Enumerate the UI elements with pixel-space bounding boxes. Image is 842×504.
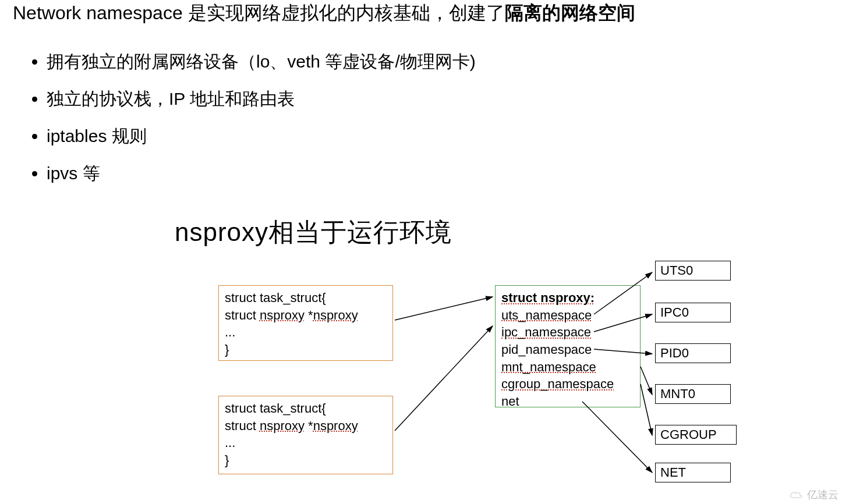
bullet-item: 独立的协议栈，IP 地址和路由表 <box>47 88 476 109</box>
diagram-title: nsproxy相当于运行环境 <box>175 215 452 250</box>
code-line: ... <box>225 434 387 452</box>
nsproxy-field: cgroup_namespace <box>501 375 634 393</box>
task-struct-box-1: struct task_struct{ struct nsproxy *nspr… <box>218 285 393 361</box>
ns-box-mnt: MNT0 <box>655 384 731 404</box>
arrow-cgroup <box>641 384 652 435</box>
bullet-item: 拥有独立的附属网络设备（lo、veth 等虚设备/物理网卡) <box>47 51 476 72</box>
watermark: 亿速云 <box>788 488 839 502</box>
ns-box-uts: UTS0 <box>655 261 731 281</box>
code-line: struct task_struct{ <box>225 400 387 417</box>
slide: Network namespace 是实现网络虚拟化的内核基础，创建了隔离的网络… <box>0 0 842 504</box>
ns-box-cgroup: CGROUP <box>655 425 737 445</box>
code-line: struct task_struct{ <box>225 289 387 307</box>
ns-box-pid: PID0 <box>655 343 731 363</box>
arrow-net <box>582 402 652 473</box>
nsproxy-field: net <box>501 393 634 410</box>
code-line: } <box>225 452 387 469</box>
watermark-text: 亿速云 <box>807 488 839 502</box>
code-line: struct nsproxy *nsproxy <box>225 417 387 435</box>
bullet-item: iptables 规则 <box>47 126 476 147</box>
nsproxy-field: pid_namespace <box>501 341 634 359</box>
intro-strong: 隔离的网络空间 <box>505 2 635 23</box>
ns-box-net: NET <box>655 463 731 482</box>
ns-box-ipc: IPC0 <box>655 303 731 322</box>
code-line: ... <box>225 324 387 341</box>
nsproxy-title: struct nsproxy: <box>501 289 595 307</box>
bullet-item: ipvs 等 <box>47 163 476 184</box>
arrow-ts2-nsproxy <box>395 326 493 431</box>
arrow-mnt <box>641 367 652 395</box>
code-line: struct nsproxy *nsproxy <box>225 307 387 324</box>
nsproxy-box: struct nsproxy: uts_namespace ipc_namesp… <box>495 285 641 407</box>
intro-line: Network namespace 是实现网络虚拟化的内核基础，创建了隔离的网络… <box>13 0 635 26</box>
task-struct-box-2: struct task_struct{ struct nsproxy *nspr… <box>218 396 393 474</box>
arrow-ts1-nsproxy <box>395 297 493 320</box>
bullet-list: 拥有独立的附属网络设备（lo、veth 等虚设备/物理网卡) 独立的协议栈，IP… <box>29 35 476 200</box>
intro-prefix: Network namespace 是实现网络虚拟化的内核基础，创建了 <box>13 2 505 23</box>
nsproxy-field: ipc_namespace <box>501 324 634 341</box>
cloud-icon <box>788 489 804 500</box>
nsproxy-field: mnt_namespace <box>501 359 634 376</box>
nsproxy-field: uts_namespace <box>501 307 634 324</box>
code-line: } <box>225 341 387 359</box>
